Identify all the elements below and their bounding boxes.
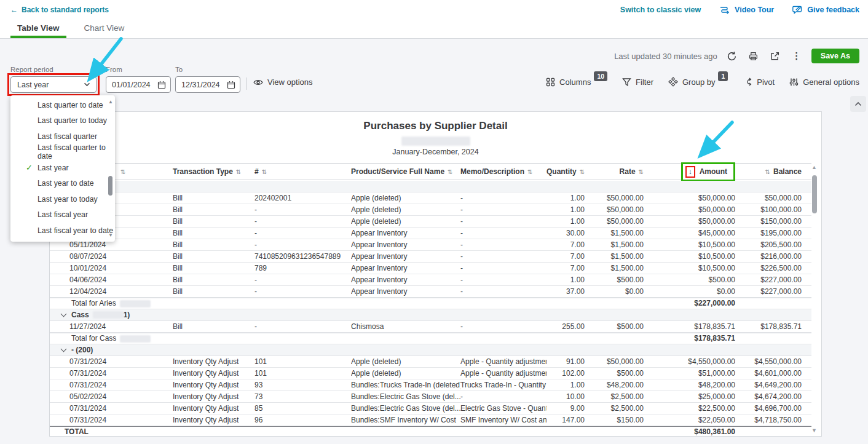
dropdown-scroll-up-arrow[interactable]: ▲ (108, 99, 113, 105)
cell-amount: $50,000.00 (644, 216, 735, 228)
report-content-area: Last updated 30 minutes ago ⋮ Save As Re… (0, 39, 868, 444)
view-options-button[interactable]: View options (253, 77, 312, 87)
back-to-standard-reports-link[interactable]: ← Back to standard reports (10, 6, 109, 14)
column-header-rate[interactable]: Rate⇅ (585, 167, 644, 176)
table-row[interactable]: 07/31/2024Inventory Qty Adjust101Apple (… (50, 368, 811, 379)
cell-product: Apple (deleted) (351, 356, 460, 368)
columns-button[interactable]: Columns 10 (546, 77, 607, 87)
scroll-down-arrow[interactable]: ▼ (811, 427, 817, 434)
cell-quantity: 1.00 (546, 274, 585, 286)
column-header-quantity[interactable]: Quantity⇅ (546, 167, 585, 176)
table-row[interactable]: Bill-Appear Inventory-30.00$1,500.00$45,… (50, 228, 811, 239)
table-row[interactable]: Bill-Apple (deleted)-1.00$50,000.00$50,0… (50, 204, 811, 216)
give-feedback-link[interactable]: Give feedback (792, 6, 859, 15)
column-header-balance[interactable]: ⇅Balance (735, 167, 802, 176)
table-row[interactable]: 07/31/2024Inventory Qty Adjust101Apple (… (50, 356, 811, 368)
column-header-memo[interactable]: Memo/Description⇅ (460, 167, 546, 176)
period-option[interactable]: Last fiscal year to date (10, 223, 115, 239)
cell-amount: $50,000.00 (644, 192, 735, 204)
sort-icon: ⇅ (639, 168, 644, 175)
cell-product: Chismosa (351, 321, 460, 333)
table-row[interactable]: Bill-Apple (deleted)-1.00$50,000.00$50,0… (50, 216, 811, 228)
column-header-number[interactable]: #⇅ (254, 167, 351, 176)
group-collapse-chevron-icon[interactable] (61, 311, 67, 317)
cell-balance: $100,000.00 (735, 204, 802, 216)
cell-product: Bundles:SMF Inventory W/ Cost (351, 414, 460, 426)
total-label: Total for Aries (60, 298, 546, 309)
cell-transaction-type: Inventory Qty Adjust (173, 403, 254, 414)
to-date-input[interactable]: 12/31/2024 (175, 76, 240, 93)
more-options-button[interactable]: ⋮ (790, 49, 803, 63)
cell-product: Apple (deleted) (351, 192, 460, 204)
total-label: Total for Cass (60, 333, 546, 344)
period-option[interactable]: ✓Last year (10, 160, 115, 176)
table-vertical-scrollbar[interactable]: ▲ ▼ (810, 164, 819, 434)
export-button[interactable] (768, 49, 782, 63)
cell-memo: - (460, 286, 546, 298)
scrollbar-thumb[interactable] (812, 175, 817, 213)
switch-to-classic-view-link[interactable]: Switch to classic view (620, 6, 701, 14)
video-tour-link[interactable]: Video Tour (719, 6, 774, 14)
table-row[interactable]: 07/31/2024Inventory Qty Adjust96Bundles:… (50, 414, 811, 426)
cell-product: Bundles:Trucks Trade-In (deleted) (351, 379, 460, 391)
video-tour-icon (719, 6, 730, 14)
from-date-input[interactable]: 01/01/2024 (106, 76, 171, 93)
period-option[interactable]: Last quarter to date (10, 97, 115, 113)
cell-date: 07/31/2024 (60, 356, 173, 368)
cell-quantity: 102.00 (546, 368, 585, 379)
pivot-button[interactable]: Pivot (743, 77, 775, 87)
column-header-transaction-type[interactable]: Transaction Type⇅ (173, 167, 254, 176)
table-row[interactable]: 08/07/2024Bill741085209631236547889Appea… (50, 251, 811, 263)
topbar-links: Switch to classic view Video Tour Give f… (620, 6, 859, 15)
cell-quantity: 37.00 (546, 286, 585, 298)
period-option[interactable]: Last year to today (10, 191, 115, 207)
table-row[interactable]: 05/11/2024Bill-Appear Inventory-7.00$1,5… (50, 239, 811, 251)
redacted-text (120, 300, 151, 307)
table-row[interactable]: 12/04/2024Bill-Appear Inventory-37.00$0.… (50, 286, 811, 298)
dropdown-scrollbar-thumb[interactable] (108, 176, 112, 196)
table-row[interactable]: 10/01/2024Bill789Appear Inventory-7.00$1… (50, 263, 811, 274)
refresh-button[interactable] (725, 49, 739, 63)
report-period-select[interactable]: Last year (10, 76, 97, 93)
back-link-label: Back to standard reports (22, 6, 109, 14)
cell-amount: $25,000.00 (644, 391, 735, 403)
tab-chart-view[interactable]: Chart View (79, 23, 130, 38)
column-header-product[interactable]: Product/Service Full Name⇅ (351, 167, 460, 176)
cell-memo: - (460, 263, 546, 274)
save-as-button[interactable]: Save As (811, 49, 859, 63)
period-option[interactable]: Last fiscal quarter (10, 129, 115, 145)
tab-table-view[interactable]: Table View (12, 23, 65, 38)
table-row[interactable]: 07/31/2024Inventory Qty Adjust93Bundles:… (50, 379, 811, 391)
period-option[interactable]: Last fiscal year (10, 207, 115, 223)
group-label: - (200) (71, 344, 93, 356)
column-header-amount[interactable]: ↓Amount (644, 166, 735, 178)
collapse-panel-button[interactable] (850, 96, 866, 112)
dropdown-scrollbar[interactable]: ▲ ▼ (107, 98, 114, 239)
cell-rate: $2,500.00 (585, 391, 644, 403)
table-row[interactable]: 04/06/2024Bill-Appear Inventory-1.00$500… (50, 274, 811, 286)
cell-number: - (254, 228, 351, 239)
period-option-label: Last quarter to date (37, 101, 103, 109)
memo-header-label: Memo/Description (460, 167, 524, 176)
table-row[interactable]: 05/02/2024Inventory Qty Adjust73Bundles:… (50, 391, 811, 403)
report-actions-row: Last updated 30 minutes ago ⋮ Save As (614, 49, 859, 63)
period-option[interactable]: Last year to date (10, 176, 115, 192)
print-button[interactable] (747, 49, 760, 63)
cell-rate: $50,000.00 (585, 192, 644, 204)
filter-button[interactable]: Filter (622, 77, 653, 87)
group-collapse-chevron-icon[interactable] (61, 346, 67, 352)
cell-date: 04/06/2024 (60, 274, 173, 286)
period-option[interactable]: Last quarter to today (10, 113, 115, 129)
dropdown-scroll-down-arrow[interactable]: ▼ (108, 232, 113, 238)
view-options-label: View options (267, 77, 312, 87)
general-options-button[interactable]: General options (789, 77, 859, 87)
period-option[interactable]: Last fiscal quarter to date (10, 145, 115, 161)
table-row[interactable]: 11/27/2024Bill-Chismosa-255.00$500.00$17… (50, 321, 811, 333)
product-header-label: Product/Service Full Name (351, 167, 444, 176)
table-row[interactable]: Bill202402001Apple (deleted)-1.00$50,000… (50, 192, 811, 204)
cell-transaction-type: Bill (173, 251, 254, 263)
report-period-value: Last year (17, 81, 49, 89)
scroll-up-arrow[interactable]: ▲ (811, 164, 817, 170)
group-by-button[interactable]: Group by 1 (668, 77, 728, 87)
table-row[interactable]: 07/31/2024Inventory Qty Adjust85Bundles:… (50, 403, 811, 414)
